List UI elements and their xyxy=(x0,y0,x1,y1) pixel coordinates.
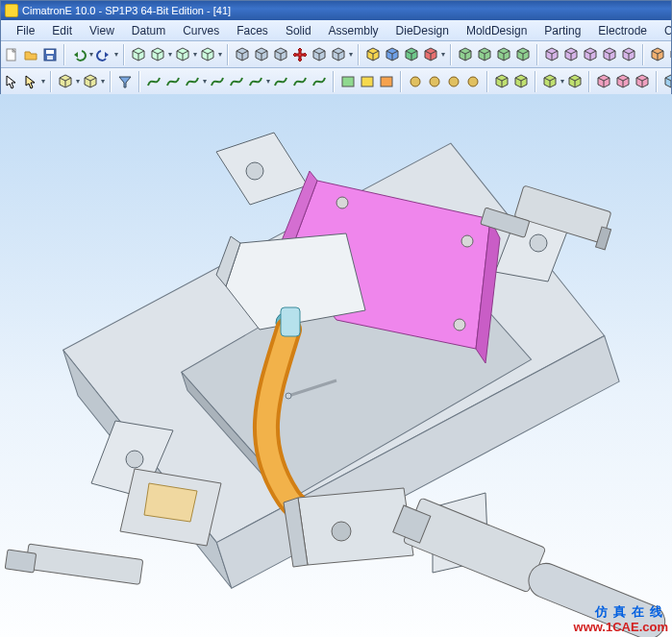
dropdown-arrow-icon[interactable]: ▾ xyxy=(89,50,93,59)
cursor2-button[interactable] xyxy=(22,71,39,92)
misc2-button[interactable] xyxy=(426,71,443,92)
solid-y-button[interactable] xyxy=(364,44,382,65)
mold3-button[interactable] xyxy=(582,44,599,65)
box-g4-button[interactable] xyxy=(514,44,532,65)
misc3-button[interactable] xyxy=(445,71,462,92)
viewport-3d[interactable]: 仿真在线 www.1CAE.com xyxy=(0,94,672,637)
menu-parting[interactable]: Parting xyxy=(536,22,588,39)
menu-view[interactable]: View xyxy=(82,22,122,39)
menu-diedesign[interactable]: DieDesign xyxy=(388,22,457,39)
curve6-button[interactable] xyxy=(247,71,264,92)
mold2-button[interactable] xyxy=(562,44,580,65)
dropdown-arrow-icon[interactable]: ▾ xyxy=(76,77,80,86)
toolbar-row-2: ▾▾▾▾▾▾▾ xyxy=(1,68,671,95)
cube5-button[interactable] xyxy=(330,44,347,65)
sel-a-button[interactable] xyxy=(57,71,74,92)
cube1-button[interactable] xyxy=(234,44,251,65)
asm3-button[interactable] xyxy=(541,71,559,92)
mold4-button[interactable] xyxy=(601,44,618,65)
cube3-button[interactable] xyxy=(272,44,289,65)
dropdown-arrow-icon[interactable]: ▾ xyxy=(41,77,45,86)
cube4-button[interactable] xyxy=(311,44,328,65)
dropdown-arrow-icon[interactable]: ▾ xyxy=(266,77,270,86)
solid-g-button[interactable] xyxy=(403,44,420,65)
save-button[interactable] xyxy=(41,44,59,65)
undo-button[interactable] xyxy=(70,44,87,65)
curve5-button[interactable] xyxy=(228,71,245,92)
curve3-button[interactable] xyxy=(184,71,201,92)
tool-c-button[interactable] xyxy=(174,44,191,65)
tool-b-button[interactable] xyxy=(149,44,166,65)
new-button[interactable] xyxy=(3,44,20,65)
nc1-button[interactable] xyxy=(595,71,612,92)
dropdown-arrow-icon[interactable]: ▾ xyxy=(560,77,564,86)
menu-molddesign[interactable]: MoldDesign xyxy=(459,22,535,39)
open-button[interactable] xyxy=(22,44,39,65)
elec2-button[interactable] xyxy=(668,44,671,65)
sel-b-button[interactable] xyxy=(82,71,99,92)
curve8-button[interactable] xyxy=(291,71,309,92)
tool-a-button[interactable] xyxy=(130,44,147,65)
misc1-button[interactable] xyxy=(407,71,424,92)
separator xyxy=(138,71,140,92)
curve4-icon xyxy=(210,74,225,89)
cursor-button[interactable] xyxy=(3,71,20,92)
move-button[interactable] xyxy=(291,44,309,65)
dropdown-arrow-icon[interactable]: ▾ xyxy=(203,77,207,86)
mold5-icon xyxy=(621,47,636,62)
menu-datum[interactable]: Datum xyxy=(124,22,173,39)
box-g3-button[interactable] xyxy=(495,44,512,65)
dropdown-arrow-icon[interactable]: ▾ xyxy=(349,50,353,59)
svg-point-188 xyxy=(246,162,263,180)
menu-curves[interactable]: Curves xyxy=(175,22,227,39)
menu-assembly[interactable]: Assembly xyxy=(321,22,386,39)
box-g2-button[interactable] xyxy=(476,44,493,65)
face-g-button[interactable] xyxy=(339,71,357,92)
redo-button[interactable] xyxy=(95,44,112,65)
open-icon xyxy=(23,47,38,62)
tool-d-button[interactable] xyxy=(199,44,216,65)
svg-marker-6 xyxy=(105,52,109,58)
curve2-button[interactable] xyxy=(164,71,182,92)
filter-button[interactable] xyxy=(116,71,134,92)
box-g-button[interactable] xyxy=(457,44,474,65)
dropdown-arrow-icon[interactable]: ▾ xyxy=(193,50,197,59)
curve4-button[interactable] xyxy=(209,71,226,92)
window-title: CimatronE 10.0 - SP1P3 64-Bit Edition - … xyxy=(22,5,231,16)
nc4-button[interactable] xyxy=(662,71,671,92)
titlebar: CimatronE 10.0 - SP1P3 64-Bit Edition - … xyxy=(1,1,671,20)
asm4-button[interactable] xyxy=(566,71,584,92)
dropdown-arrow-icon[interactable]: ▾ xyxy=(441,50,445,59)
curve9-button[interactable] xyxy=(311,71,328,92)
cube2-button[interactable] xyxy=(253,44,270,65)
dropdown-arrow-icon[interactable]: ▾ xyxy=(114,50,118,59)
dropdown-arrow-icon[interactable]: ▾ xyxy=(101,77,105,86)
menu-faces[interactable]: Faces xyxy=(229,22,276,39)
misc4-button[interactable] xyxy=(464,71,482,92)
nc3-button[interactable] xyxy=(634,71,651,92)
menu-solid[interactable]: Solid xyxy=(278,22,319,39)
asm2-button[interactable] xyxy=(512,71,530,92)
curve1-button[interactable] xyxy=(145,71,162,92)
svg-rect-115 xyxy=(361,77,373,86)
menu-electrode[interactable]: Electrode xyxy=(590,22,655,39)
sel-a-icon xyxy=(58,74,73,89)
solid-b-button[interactable] xyxy=(384,44,401,65)
menu-catalog[interactable]: Catalog xyxy=(657,22,672,39)
mold5-button[interactable] xyxy=(620,44,637,65)
nc2-button[interactable] xyxy=(614,71,632,92)
box-g3-icon xyxy=(496,47,511,62)
face-o-button[interactable] xyxy=(378,71,395,92)
menu-edit[interactable]: Edit xyxy=(44,22,80,39)
elec1-button[interactable] xyxy=(649,44,666,65)
menubar: File Edit View Datum Curves Faces Solid … xyxy=(1,20,671,41)
solid-r-button[interactable] xyxy=(422,44,439,65)
menu-file[interactable]: File xyxy=(9,22,42,39)
face-y-button[interactable] xyxy=(359,71,376,92)
curve7-button[interactable] xyxy=(272,71,289,92)
asm1-button[interactable] xyxy=(493,71,510,92)
mold1-button[interactable] xyxy=(543,44,560,65)
svg-rect-210 xyxy=(25,544,142,584)
dropdown-arrow-icon[interactable]: ▾ xyxy=(168,50,172,59)
dropdown-arrow-icon[interactable]: ▾ xyxy=(218,50,222,59)
